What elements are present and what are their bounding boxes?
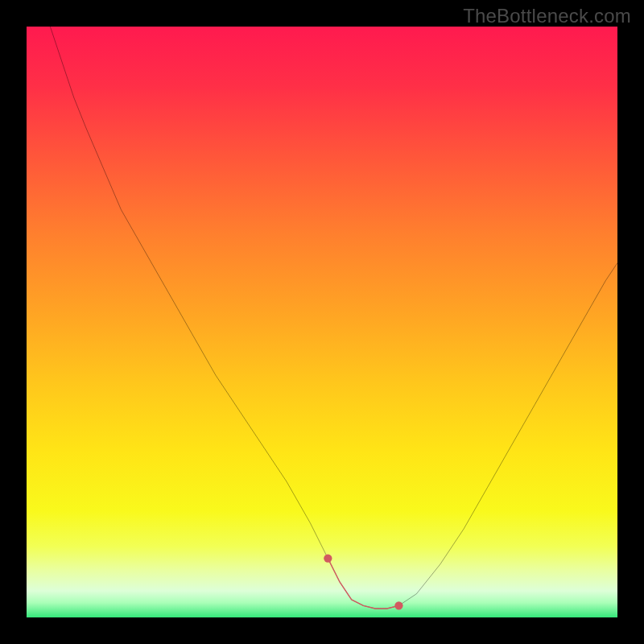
chart-frame: TheBottleneck.com — [0, 0, 644, 644]
plot-area — [27, 27, 617, 617]
highlight-end-dot — [394, 601, 402, 609]
highlight-segment — [328, 559, 398, 609]
watermark-text: TheBottleneck.com — [463, 5, 631, 27]
curve-polyline — [50, 27, 617, 609]
bottleneck-curve — [27, 27, 617, 617]
highlight-start-dot — [324, 554, 332, 562]
